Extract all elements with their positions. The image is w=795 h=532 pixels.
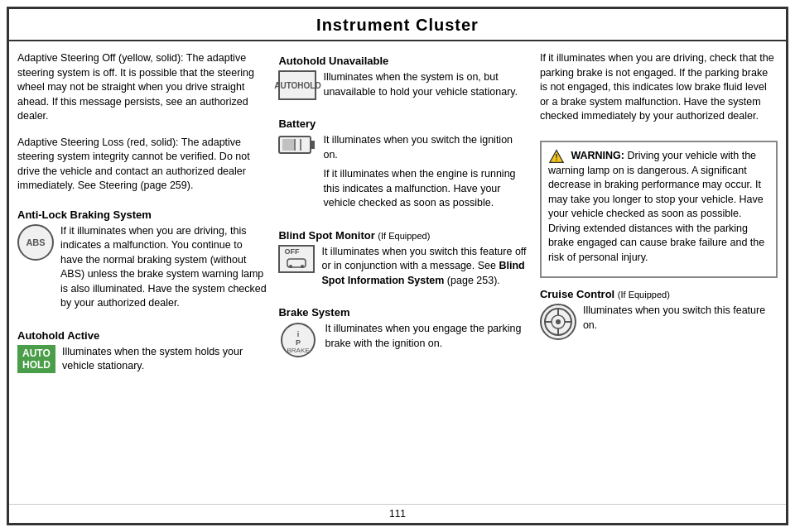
cruise-control-text: Illuminates when you switch this feature… [583, 304, 778, 333]
brake-system-text: It illuminates when you engage the parki… [325, 322, 528, 351]
blind-spot-icon: OFF [278, 245, 315, 273]
autohold-unavail-line1: AUTO [274, 81, 297, 90]
autohold-unavail-line2: HOLD [297, 81, 320, 90]
adaptive-steering-loss-text: Adaptive Steering Loss (red, solid): The… [17, 136, 267, 194]
cruise-control-heading: Cruise Control (If Equipped) [540, 288, 778, 300]
abs-icon-box: ABS [17, 224, 54, 261]
autohold-active-badge-box: AUTO HOLD [17, 345, 55, 374]
abs-icon: ABS [17, 224, 54, 261]
battery-icon-box [278, 133, 316, 159]
blind-spot-text: It illuminates when you switch this feat… [321, 245, 528, 289]
svg-rect-1 [311, 141, 315, 149]
svg-text:BRAKE: BRAKE [287, 347, 310, 354]
battery-text1: It illuminates when you switch the ignit… [323, 133, 528, 162]
blind-spot-heading: Blind Spot Monitor (If Equipped) [278, 229, 528, 242]
brake-system-heading: Brake System [278, 306, 528, 319]
blind-spot-car-icon [284, 256, 309, 269]
blind-spot-off-label: OFF [284, 247, 309, 271]
svg-text:P: P [296, 338, 301, 347]
warning-text: ! WARNING: Driving your vehicle with the… [548, 149, 769, 266]
autohold-active-icon-row: AUTO HOLD Illuminates when the system ho… [17, 345, 267, 379]
autohold-unavail-icon-row: AUTO HOLD Illuminates when the system is… [278, 70, 528, 104]
right-intro-text: If it illuminates when you are driving, … [540, 51, 778, 124]
autohold-unavail-section: Autohold Unavailable AUTO HOLD Illuminat… [278, 51, 528, 108]
page-number: 111 [9, 504, 786, 523]
adaptive-steering-off-text: Adaptive Steering Off (yellow, solid): T… [17, 51, 267, 124]
warning-triangle-icon: ! [548, 149, 565, 164]
right-column: If it illuminates when you are driving, … [540, 51, 778, 494]
cruise-control-icon-row: Illuminates when you switch this feature… [540, 304, 778, 340]
battery-text-block: It illuminates when you switch the ignit… [323, 133, 528, 216]
autohold-unavail-heading: Autohold Unavailable [278, 55, 528, 67]
abs-icon-label: ABS [26, 237, 45, 247]
warning-body: Driving your vehicle with the warning la… [548, 150, 764, 263]
svg-rect-2 [282, 139, 294, 151]
autohold-active-section: Autohold Active AUTO HOLD Illuminates wh… [17, 326, 267, 382]
title-bar: Instrument Cluster [9, 9, 786, 41]
cruise-control-heading-sub: (If Equipped) [618, 290, 670, 300]
brake-icon: i P BRAKE [278, 322, 318, 358]
blind-spot-heading-sub: (If Equipped) [378, 231, 430, 241]
blind-spot-heading-label: Blind Spot Monitor [278, 229, 374, 242]
autohold-badge-line2: HOLD [22, 359, 51, 371]
autohold-badge-line1: AUTO [22, 347, 51, 359]
cruise-control-section: Cruise Control (If Equipped) [540, 285, 778, 343]
svg-text:!: ! [555, 151, 558, 161]
warning-label: WARNING: [571, 150, 624, 161]
battery-icon-row: It illuminates when you switch the ignit… [278, 133, 528, 216]
autohold-active-heading: Autohold Active [17, 329, 267, 342]
autohold-active-badge: AUTO HOLD [17, 345, 55, 374]
autohold-unavail-icon: AUTO HOLD [278, 70, 316, 100]
svg-point-6 [289, 265, 292, 268]
svg-point-7 [301, 265, 304, 268]
svg-text:i: i [297, 330, 300, 338]
cruise-icon [540, 304, 576, 340]
anti-lock-icon-row: ABS If it illuminates when you are drivi… [17, 224, 267, 316]
content-area: Adaptive Steering Off (yellow, solid): T… [9, 41, 786, 504]
left-column: Adaptive Steering Off (yellow, solid): T… [17, 51, 267, 494]
warning-box: ! WARNING: Driving your vehicle with the… [540, 141, 778, 279]
cruise-icon-svg [542, 305, 575, 338]
autohold-unavail-icon-box: AUTO HOLD [278, 70, 316, 100]
autohold-active-text: Illuminates when the system holds your v… [62, 345, 267, 374]
battery-heading: Battery [278, 117, 528, 130]
cruise-control-heading-label: Cruise Control [540, 288, 614, 300]
battery-icon [278, 133, 316, 156]
mid-column: Autohold Unavailable AUTO HOLD Illuminat… [278, 51, 528, 494]
svg-point-20 [556, 319, 561, 324]
autohold-unavail-text: Illuminates when the system is on, but u… [323, 70, 528, 99]
brake-system-icon-row: i P BRAKE It illuminates when you engage… [278, 322, 528, 361]
brake-system-section: Brake System i P BRAKE It illuminates wh… [278, 303, 528, 364]
anti-lock-heading: Anti-Lock Braking System [17, 208, 267, 221]
anti-lock-text: If it illuminates when you are driving, … [60, 224, 267, 311]
page-container: Instrument Cluster Adaptive Steering Off… [7, 7, 788, 525]
battery-text2: If it illuminates when the engine is run… [323, 167, 528, 211]
blind-spot-icon-row: OFF It illuminates when you switch this … [278, 245, 528, 294]
battery-section: Battery It illuminates when you switch t… [278, 114, 528, 219]
page-title: Instrument Cluster [9, 16, 786, 35]
blind-spot-section: Blind Spot Monitor (If Equipped) OFF [278, 226, 528, 297]
brake-icon-box: i P BRAKE [278, 322, 318, 361]
anti-lock-section: Anti-Lock Braking System ABS If it illum… [17, 205, 267, 319]
